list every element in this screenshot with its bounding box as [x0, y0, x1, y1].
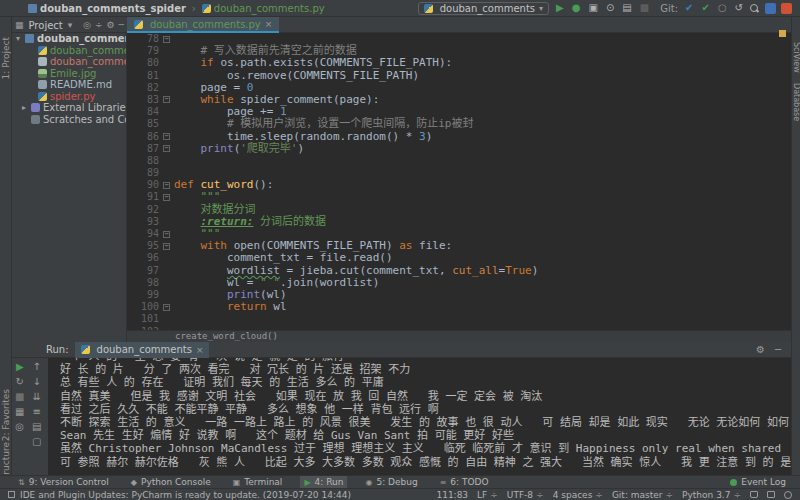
- code-line[interactable]: 88: [127, 155, 791, 167]
- status-widget[interactable]: LF÷: [477, 490, 498, 500]
- stop-icon[interactable]: ■: [15, 392, 24, 402]
- code-editor[interactable]: 78−79 # 写入数据前先清空之前的数据80 if os.path.exist…: [127, 33, 791, 330]
- tool-stripe-favorites[interactable]: 2: Favorites: [1, 389, 11, 441]
- editor-tab[interactable]: douban_comments.py ×: [127, 17, 279, 33]
- fold-marker-icon[interactable]: −: [163, 231, 170, 238]
- chevron-expanded-icon[interactable]: ▾: [16, 34, 25, 43]
- code-line[interactable]: 101: [127, 313, 791, 325]
- rerun-icon[interactable]: ▶: [16, 362, 24, 372]
- status-message-text: IDE and Plugin Updates: PyCharm is ready…: [20, 490, 351, 500]
- fold-column: [159, 57, 174, 69]
- down-stack-icon[interactable]: ↓: [33, 377, 41, 387]
- screen-icon[interactable]: [767, 491, 775, 498]
- tool-window-button[interactable]: ▶4: Run: [300, 476, 347, 489]
- orange-app-icon[interactable]: [781, 3, 792, 14]
- stop-icon[interactable]: ■: [640, 3, 649, 13]
- run-configuration-select[interactable]: douban_comments ▾: [418, 2, 549, 15]
- tree-item[interactable]: spider.py: [12, 91, 126, 103]
- close-icon[interactable]: ×: [196, 345, 204, 355]
- fold-marker-icon[interactable]: −: [163, 145, 170, 152]
- project-panel-header[interactable]: ▦ Project ▾ ◎÷⚙─: [12, 17, 127, 33]
- clear-all-icon[interactable]: ▢: [32, 437, 41, 447]
- console-output[interactable]: 一个 人 的 一生 总 要 有 一次 说 走 就 走 的 旅行好 长 的 片 分…: [48, 358, 791, 475]
- soft-wrap-icon[interactable]: ≡: [33, 407, 41, 417]
- status-widget[interactable]: 4 spaces÷: [553, 490, 603, 500]
- run-tab[interactable]: douban_comments ×: [75, 342, 210, 358]
- fold-column: [159, 82, 174, 94]
- tree-item[interactable]: ▸External Libraries: [12, 102, 126, 114]
- hide-icon[interactable]: ─: [119, 20, 124, 30]
- md-file-icon: [38, 80, 47, 89]
- tree-item[interactable]: douban_comments.py: [12, 45, 126, 57]
- tool-window-icon: ≡: [440, 478, 447, 487]
- tree-item[interactable]: README.md: [12, 79, 126, 91]
- tool-stripe-project[interactable]: 1: Project: [1, 37, 11, 79]
- fold-column: −: [159, 301, 174, 313]
- tool-window-button[interactable]: ⇅9: Version Control: [14, 476, 113, 489]
- layout-icon[interactable]: ▦: [15, 407, 24, 417]
- gear-icon[interactable]: ⚙: [756, 344, 765, 355]
- hector-inspector-icon[interactable]: [784, 491, 792, 499]
- up-stack-icon[interactable]: ↑: [33, 362, 41, 372]
- fold-marker-icon[interactable]: −: [163, 96, 170, 103]
- chevron-collapsed-icon[interactable]: ▸: [22, 103, 31, 112]
- fold-column: −: [159, 33, 174, 45]
- console-line: 看过 之后 久久 不能 不能平静 平静 多么 想象 他 一样 背包 远行 啊: [60, 403, 791, 416]
- code-line[interactable]: 87− print('爬取完毕'): [127, 143, 791, 155]
- coverage-icon[interactable]: ▣: [589, 3, 598, 13]
- restart-icon[interactable]: ↻: [16, 377, 24, 387]
- hide-icon[interactable]: ─: [775, 344, 781, 355]
- close-icon[interactable]: ×: [265, 19, 273, 29]
- status-message[interactable]: IDE and Plugin Updates: PyCharm is ready…: [8, 490, 351, 500]
- fold-marker-icon[interactable]: −: [163, 243, 170, 250]
- tool-window-button[interactable]: ≡6: TODO: [436, 476, 493, 489]
- update-project-icon[interactable]: ✔: [685, 3, 693, 13]
- tool-window-button[interactable]: ◉5: Debug: [361, 476, 421, 489]
- fold-column: [159, 265, 174, 277]
- line-number: 96: [127, 252, 159, 264]
- rollback-icon[interactable]: ↺: [735, 3, 743, 13]
- locate-icon[interactable]: ◎: [83, 20, 91, 30]
- python-file-icon: [424, 4, 433, 13]
- history-icon[interactable]: ○: [718, 3, 727, 13]
- line-number: 94: [127, 228, 159, 240]
- event-log-button[interactable]: Event Log: [730, 477, 786, 487]
- scroll-to-end-icon[interactable]: ⇊: [33, 392, 41, 402]
- blue-app-icon[interactable]: [765, 3, 776, 14]
- tool-window-button[interactable]: ◆Python Console: [127, 476, 215, 489]
- tree-root[interactable]: ▾douban_comments_spider: [12, 33, 126, 45]
- tool-window-button[interactable]: ▣Terminal: [229, 476, 287, 489]
- tree-item[interactable]: Emile.jpg: [12, 68, 126, 80]
- profiler-icon[interactable]: ⊙: [606, 3, 614, 13]
- fold-marker-icon[interactable]: −: [163, 304, 170, 311]
- code-line[interactable]: 90−def cut_word():: [127, 179, 791, 191]
- print-icon[interactable]: ▤: [32, 422, 41, 432]
- gear-icon[interactable]: ⚙: [107, 20, 115, 30]
- debug-icon[interactable]: ●: [572, 3, 581, 13]
- tree-item[interactable]: douban_comments.txt: [12, 56, 126, 68]
- pin-icon[interactable]: ◎: [15, 422, 24, 432]
- fold-marker-icon[interactable]: −: [163, 36, 170, 43]
- fold-marker-icon[interactable]: −: [163, 182, 170, 189]
- status-widget[interactable]: Git: master÷: [612, 490, 673, 500]
- status-widget[interactable]: Python 3.7÷: [682, 490, 741, 500]
- status-widget[interactable]: UTF-8÷: [507, 490, 544, 500]
- tool-stripe-sciview[interactable]: SciView: [792, 42, 800, 73]
- console-line: 好 长 的 片 分 了 两次 看完 对 冗长 的 片 还是 招架 不力: [60, 363, 791, 376]
- caret-position-widget[interactable]: 111:83: [436, 490, 468, 500]
- fold-marker-icon[interactable]: −: [163, 194, 170, 201]
- search-everywhere-icon[interactable]: [750, 4, 758, 12]
- tool-stripe-database[interactable]: Database: [792, 83, 800, 121]
- fold-marker-icon[interactable]: −: [163, 133, 170, 140]
- code-line[interactable]: 100− return wl: [127, 301, 791, 313]
- collapse-all-icon[interactable]: ÷: [95, 20, 103, 30]
- console-line: 虽然 Christopher Johnson MaCandless 过于 理想 …: [60, 442, 791, 455]
- commit-icon[interactable]: ✔: [701, 3, 709, 13]
- concurrency-icon[interactable]: ▤: [622, 3, 631, 13]
- code-line[interactable]: 93 :return: 分词后的数据: [127, 216, 791, 228]
- run-icon[interactable]: ▶: [556, 3, 564, 13]
- tree-item[interactable]: Scratches and Consoles: [12, 114, 126, 126]
- inspection-marker[interactable]: [779, 30, 786, 37]
- breadcrumb[interactable]: create_word_cloud(): [175, 331, 278, 341]
- lock-icon[interactable]: [750, 491, 758, 498]
